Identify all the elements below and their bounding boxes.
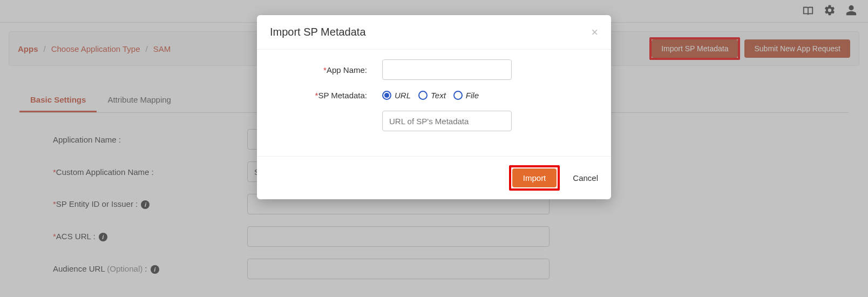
radio-file-label: File	[466, 91, 479, 100]
modal-label-app-name: *App Name:	[279, 65, 382, 75]
modal-body: *App Name: *SP Metadata: URL Text	[257, 50, 611, 156]
radio-url-label: URL	[395, 91, 411, 100]
modal-row-url-input	[279, 111, 589, 131]
modal-label-sp-metadata: *SP Metadata:	[279, 91, 382, 100]
radio-file[interactable]: File	[453, 91, 479, 100]
import-sp-metadata-modal: Import SP Metadata × *App Name: *SP Meta…	[257, 15, 611, 199]
import-button[interactable]: Import	[512, 168, 557, 187]
modal-input-url[interactable]	[382, 111, 512, 131]
cancel-button[interactable]: Cancel	[573, 173, 598, 183]
radio-url[interactable]: URL	[382, 91, 411, 100]
radio-url-indicator	[382, 91, 391, 100]
radio-text-indicator	[418, 91, 428, 100]
radio-file-indicator	[453, 91, 463, 100]
modal-row-sp-metadata: *SP Metadata: URL Text File	[279, 91, 589, 100]
radio-text-label: Text	[431, 91, 446, 100]
close-icon[interactable]: ×	[591, 26, 598, 38]
modal-header: Import SP Metadata ×	[257, 15, 611, 50]
radio-text[interactable]: Text	[418, 91, 446, 100]
modal-overlay[interactable]: Import SP Metadata × *App Name: *SP Meta…	[0, 0, 868, 297]
highlight-import-button: Import	[509, 165, 560, 191]
sp-metadata-radio-group: URL Text File	[382, 91, 479, 100]
modal-title: Import SP Metadata	[270, 26, 366, 38]
modal-input-app-name[interactable]	[382, 59, 512, 80]
modal-row-app-name: *App Name:	[279, 59, 589, 80]
modal-footer: Import Cancel	[257, 156, 611, 199]
